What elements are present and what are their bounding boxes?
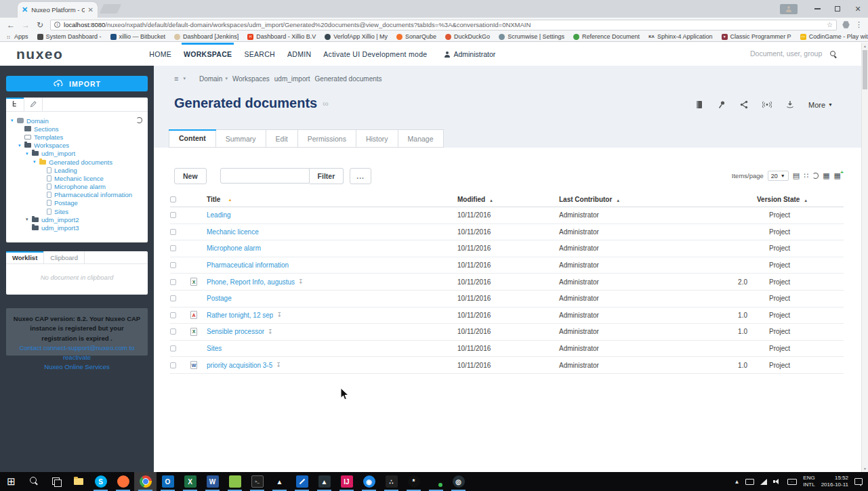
tree-expand-arrow[interactable]: ▾ <box>26 151 32 156</box>
language-indicator[interactable]: ENGINTL <box>803 475 814 488</box>
refresh-icon[interactable] <box>812 173 819 179</box>
pin-icon[interactable] <box>718 100 726 109</box>
taskbar-app-icon[interactable]: * <box>402 472 425 491</box>
row-checkbox[interactable] <box>170 312 176 318</box>
share-icon[interactable] <box>740 100 748 109</box>
document-link[interactable]: Leading <box>207 211 231 219</box>
document-link[interactable]: Postage <box>207 295 232 302</box>
document-link[interactable]: Sensible processor <box>207 328 264 335</box>
table-row[interactable]: Microphone alarm↧ 10/11/2016 Administrat… <box>170 240 844 257</box>
row-checkbox[interactable] <box>170 212 176 218</box>
more-actions-button[interactable]: More▼ <box>808 101 833 109</box>
registration-link-2[interactable]: Nuxeo Online Services <box>13 362 141 372</box>
tree-item[interactable]: ▾ Leading <box>10 166 144 174</box>
tree-item[interactable]: ▾ Sites <box>10 207 144 215</box>
tree-item[interactable]: ▾ Pharmaceutical information <box>10 191 144 199</box>
taskbar-app-icon[interactable]: S <box>89 472 112 491</box>
bookmark-item[interactable]: KA Sphinx-4 Application <box>648 33 713 40</box>
extension-icon[interactable] <box>842 21 850 28</box>
display-icon[interactable] <box>745 479 754 485</box>
table-row[interactable]: Phone, Report Info, augustus↧ 10/11/2016… <box>170 274 844 291</box>
bookmark-star-icon[interactable]: ☆ <box>827 21 833 28</box>
document-link[interactable]: Pharmaceutical information <box>207 261 289 269</box>
document-link[interactable]: Microphone alarm <box>207 244 261 252</box>
window-close-button[interactable]: × <box>848 0 868 18</box>
page-scrollbar[interactable]: ▲ ▼ <box>861 43 868 472</box>
table-row[interactable]: Mechanic licence↧ 10/11/2016 Administrat… <box>170 224 844 241</box>
window-restore-button[interactable] <box>827 0 848 18</box>
sort-icon[interactable]: ▲ <box>616 198 620 202</box>
tab-close-icon[interactable]: ✕ <box>88 6 94 14</box>
taskbar-app-icon[interactable] <box>112 472 134 491</box>
bookmark-item[interactable]: <> CodinGame - Play wit <box>800 33 868 40</box>
clock[interactable]: 15:522016-10-11 <box>821 475 848 488</box>
scroll-up-arrow[interactable]: ▲ <box>862 43 868 49</box>
tree-item[interactable]: ▾ udm_import2 <box>10 215 144 223</box>
breadcrumb-menu-icon[interactable]: ≡ <box>174 74 178 83</box>
back-button[interactable]: ← <box>7 21 15 29</box>
download-icon[interactable]: ↧ <box>268 328 273 335</box>
taskbar-app-icon[interactable]: ∴ <box>380 472 402 491</box>
browser-tab[interactable]: ✕ Nuxeo Platform - Genera ✕ <box>18 2 98 18</box>
export-icon[interactable] <box>786 100 794 109</box>
document-link[interactable]: Rather tonight, 12 sep <box>207 312 273 319</box>
taskbar-app-icon[interactable]: ⊞ <box>0 472 22 491</box>
more-filter-options-button[interactable]: ... <box>350 168 371 184</box>
breadcrumb-item[interactable]: Generated documents▾ <box>315 75 382 83</box>
column-header-modified[interactable]: Modified <box>457 196 485 203</box>
tag-edit-tab[interactable] <box>24 98 43 111</box>
tree-item[interactable]: ▾ udm_import <box>10 150 144 158</box>
taskbar-app-icon[interactable] <box>67 472 89 491</box>
worklist-tab[interactable]: Worklist <box>6 251 44 263</box>
row-checkbox[interactable] <box>170 262 176 268</box>
taskbar-app-icon[interactable] <box>134 472 157 491</box>
table-row[interactable]: Postage↧ 10/11/2016 Administrator Projec… <box>170 291 844 307</box>
breadcrumb-item[interactable]: Domain▾ <box>199 75 228 83</box>
scroll-down-arrow[interactable]: ▼ <box>862 465 868 472</box>
document-tab[interactable]: Summary <box>216 129 266 148</box>
thumbnail-view-icon[interactable]: ∷ <box>804 172 808 179</box>
tree-item[interactable]: ▾ Postage <box>10 199 144 207</box>
bookmark-item[interactable]: ∷ Apps <box>5 33 28 40</box>
tree-item[interactable]: ▾ udm_import3 <box>10 223 144 232</box>
sort-icon[interactable]: ▲ <box>489 198 493 202</box>
download-icon[interactable]: ↧ <box>276 362 281 368</box>
bookmark-item[interactable]: Scrumwise | Settings <box>499 33 564 40</box>
filter-button[interactable]: Filter <box>310 168 344 184</box>
sort-icon[interactable]: ▲ <box>804 198 808 202</box>
document-tab[interactable]: History <box>356 129 398 148</box>
document-link[interactable]: Sites <box>207 345 222 352</box>
tree-refresh-icon[interactable] <box>136 117 142 123</box>
import-button[interactable]: IMPORT <box>6 76 148 91</box>
bookmark-item[interactable]: H Dashboard - Xillio B.V <box>247 33 316 40</box>
quick-search-input[interactable] <box>750 49 826 58</box>
row-checkbox[interactable] <box>170 229 176 235</box>
row-checkbox[interactable] <box>170 362 176 368</box>
nav-item[interactable]: SEARCH <box>238 43 281 66</box>
tree-expand-arrow[interactable]: ▾ <box>11 118 17 123</box>
tray-expand-icon[interactable]: ▲ <box>734 479 739 485</box>
network-icon[interactable] <box>760 479 767 485</box>
registration-link[interactable]: Contact connect-support@nuxeo.com to rea… <box>13 343 141 363</box>
document-link[interactable]: Mechanic licence <box>207 228 259 236</box>
tree-item[interactable]: ▾ Workspaces <box>10 142 144 150</box>
taskbar-app-icon[interactable]: ◉ <box>358 472 380 491</box>
taskbar-app-icon[interactable]: ▲ <box>313 472 335 491</box>
new-tab-button[interactable] <box>100 4 122 14</box>
tree-expand-arrow[interactable]: ▾ <box>33 159 39 165</box>
list-view-icon[interactable]: ▤ <box>793 172 800 179</box>
items-per-page-select[interactable]: 20▼ <box>768 171 789 181</box>
scrollbar-thumb[interactable] <box>863 50 867 89</box>
reload-button[interactable]: ↻ <box>37 21 43 29</box>
nav-item[interactable]: HOME <box>143 43 178 66</box>
bookmark-item[interactable]: ▼ Classic Programmer P <box>722 33 791 40</box>
taskbar-app-icon[interactable] <box>425 472 447 491</box>
bookmark-item[interactable]: VerlofApp Xillio | My <box>325 33 388 40</box>
breadcrumb-caret-icon[interactable]: ▾ <box>183 76 186 81</box>
table-row[interactable]: Pharmaceutical information↧ 10/11/2016 A… <box>170 257 844 274</box>
row-checkbox[interactable] <box>170 328 176 335</box>
volume-icon[interactable] <box>773 478 781 485</box>
window-minimize-button[interactable] <box>807 0 827 18</box>
table-row[interactable]: priority acquisition 3-5↧ 10/11/2016 Adm… <box>170 357 844 374</box>
bookmark-item[interactable]: Reference Document <box>573 33 640 40</box>
